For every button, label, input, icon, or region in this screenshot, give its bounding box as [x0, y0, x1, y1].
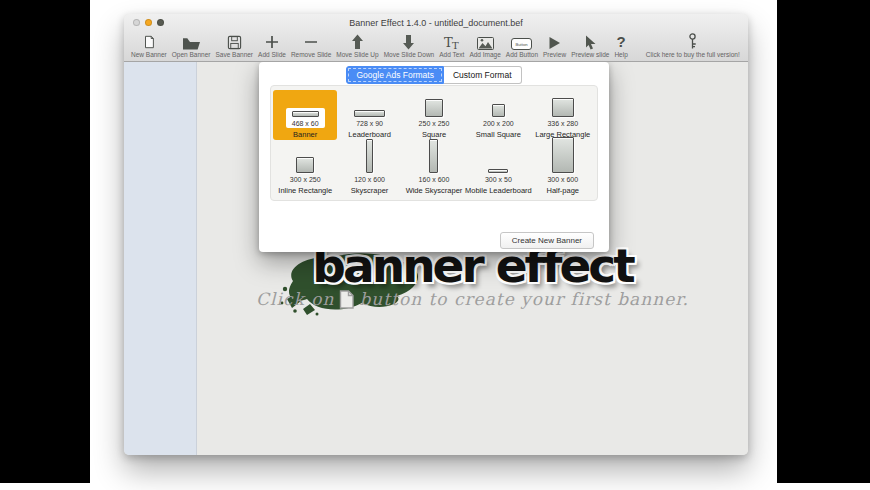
format-thumb: 300 x 50	[479, 166, 518, 184]
format-item-wide-skyscraper[interactable]: 160 x 600Wide Skyscraper	[402, 140, 466, 196]
letterbox-left	[0, 0, 90, 483]
toolbar-button-move-slide-down[interactable]: Move Slide Down	[384, 33, 435, 58]
toolbar-button-preview[interactable]: Preview	[543, 33, 566, 58]
open-folder-icon	[182, 33, 201, 50]
toolbar-button-label: Add Image	[469, 51, 500, 58]
format-thumb: 728 x 90	[348, 107, 391, 128]
format-item-inline-rectangle[interactable]: 300 x 250Inline Rectangle	[273, 140, 337, 196]
format-shape	[366, 139, 373, 173]
arrow-down-icon	[402, 33, 415, 50]
format-item-half-page[interactable]: 300 x 600Half-page	[531, 140, 595, 196]
text-tt-icon: TT	[443, 33, 460, 50]
format-item-banner[interactable]: 468 x 60Banner	[273, 90, 337, 140]
toolbar: New BannerOpen BannerSave BannerAdd Slid…	[124, 31, 748, 61]
format-name: Small Square	[476, 130, 521, 139]
hint-text-before: Click on	[256, 289, 334, 309]
format-name: Skyscraper	[351, 186, 389, 195]
format-item-leaderboard[interactable]: 728 x 90Leaderboard	[337, 90, 401, 140]
format-size: 200 x 200	[483, 120, 514, 127]
toolbar-button-move-slide-up[interactable]: Move Slide Up	[336, 33, 378, 58]
window-content: bannereffect Click onbutton to create yo…	[124, 62, 748, 455]
tab-google-ads-formats[interactable]: Google Ads Formats	[346, 66, 443, 84]
slides-sidebar	[124, 62, 197, 455]
question-icon: ?	[615, 33, 627, 50]
letterbox-right	[777, 0, 870, 483]
format-shape	[292, 111, 319, 117]
titlebar: Banner Effect 1.4.0 - untitled_document.…	[124, 14, 748, 31]
screenshot-stage: Banner Effect 1.4.0 - untitled_document.…	[0, 0, 870, 490]
formats-panel: 468 x 60Banner728 x 90Leaderboard250 x 2…	[270, 85, 598, 201]
toolbar-button-help[interactable]: ?Help	[614, 33, 627, 58]
arrow-up-icon	[351, 33, 364, 50]
format-item-square[interactable]: 250 x 250Square	[402, 90, 466, 140]
formats-row-1: 468 x 60Banner728 x 90Leaderboard250 x 2…	[273, 90, 595, 140]
toolbar-button-label: Click here to buy the full version!	[646, 51, 740, 58]
new-document-icon	[339, 290, 354, 309]
save-floppy-icon	[227, 33, 242, 50]
format-size: 336 x 280	[547, 120, 578, 127]
hint-text-after: button to create your first banner.	[359, 289, 688, 309]
toolbar-button-preview-slide[interactable]: Preview slide	[571, 33, 609, 58]
format-size: 250 x 250	[419, 120, 450, 127]
toolbar-button-buy[interactable]: Click here to buy the full version!	[646, 33, 740, 58]
format-thumb: 250 x 250	[413, 96, 456, 128]
format-shape	[552, 137, 574, 173]
new-document-icon	[142, 33, 156, 50]
format-item-skyscraper[interactable]: 120 x 600Skyscraper	[337, 140, 401, 196]
toolbar-button-add-slide[interactable]: Add Slide	[258, 33, 286, 58]
create-new-banner-button[interactable]: Create New Banner	[500, 232, 594, 249]
format-thumb: 300 x 250	[284, 154, 327, 184]
format-shape	[488, 169, 508, 173]
minimize-button[interactable]	[145, 19, 152, 26]
zoom-button[interactable]	[157, 19, 164, 26]
format-item-small-square[interactable]: 200 x 200Small Square	[466, 90, 530, 140]
format-shape	[425, 99, 443, 117]
format-name: Wide Skyscraper	[406, 186, 463, 195]
format-shape	[296, 157, 314, 173]
format-thumb: 336 x 280	[541, 95, 584, 128]
close-button[interactable]	[133, 19, 140, 26]
format-size: 160 x 600	[419, 176, 450, 183]
format-thumb: 468 x 60	[286, 108, 325, 128]
format-item-large-rectangle[interactable]: 336 x 280Large Rectangle	[531, 90, 595, 140]
format-size: 728 x 90	[356, 120, 383, 127]
format-item-mobile-leaderboard[interactable]: 300 x 50Mobile Leaderboard	[466, 140, 530, 196]
svg-text:T: T	[452, 40, 459, 51]
window-title: Banner Effect 1.4.0 - untitled_document.…	[124, 18, 748, 28]
format-size: 120 x 600	[354, 176, 385, 183]
toolbar-button-add-text[interactable]: TTAdd Text	[439, 33, 464, 58]
toolbar-button-new-banner[interactable]: New Banner	[131, 33, 167, 58]
format-thumb: 200 x 200	[477, 101, 520, 128]
format-shape	[429, 139, 438, 173]
toolbar-button-label: Save Banner	[215, 51, 253, 58]
toolbar-button-label: Move Slide Down	[384, 51, 435, 58]
format-name: Half-page	[546, 186, 579, 195]
first-banner-hint: Click onbutton to create your first bann…	[197, 289, 748, 309]
toolbar-button-save-banner[interactable]: Save Banner	[215, 33, 253, 58]
tab-custom-format[interactable]: Custom Format	[444, 66, 522, 84]
toolbar-button-label: Help	[614, 51, 627, 58]
toolbar-button-label: Open Banner	[172, 51, 211, 58]
toolbar-button-add-button[interactable]: ButtonAdd Button	[506, 33, 538, 58]
svg-text:Button: Button	[516, 42, 529, 47]
traffic-lights	[133, 19, 164, 26]
toolbar-button-add-image[interactable]: Add Image	[469, 33, 500, 58]
format-name: Mobile Leaderboard	[465, 186, 532, 195]
svg-text:?: ?	[617, 34, 626, 50]
button-widget-icon: Button	[511, 33, 532, 50]
key-icon	[687, 33, 698, 50]
format-name: Inline Rectangle	[278, 186, 332, 195]
format-thumb: 120 x 600	[348, 136, 391, 184]
formats-row-2: 300 x 250Inline Rectangle120 x 600Skyscr…	[273, 140, 595, 196]
toolbar-button-label: Add Slide	[258, 51, 286, 58]
toolbar-button-label: Preview slide	[571, 51, 609, 58]
format-thumb: 300 x 600	[541, 134, 584, 184]
format-thumb: 160 x 600	[413, 136, 456, 184]
document-canvas: bannereffect Click onbutton to create yo…	[197, 62, 748, 455]
format-size: 300 x 50	[485, 176, 512, 183]
toolbar-button-remove-slide[interactable]: Remove Slide	[291, 33, 331, 58]
format-shape	[354, 110, 385, 117]
toolbar-button-open-banner[interactable]: Open Banner	[172, 33, 211, 58]
toolbar-button-label: New Banner	[131, 51, 167, 58]
play-icon	[548, 33, 561, 50]
